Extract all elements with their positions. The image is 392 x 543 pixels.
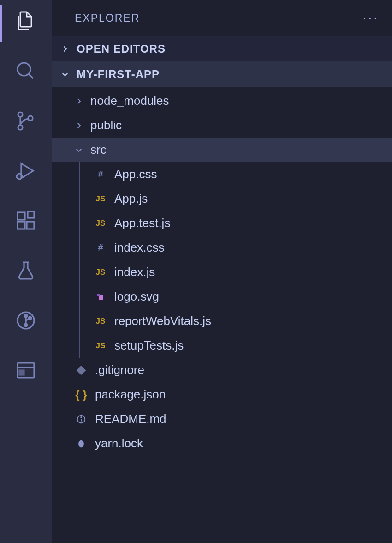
js-file-icon: JS xyxy=(93,317,108,326)
sidebar-title: EXPLORER xyxy=(75,12,140,24)
folder-node-modules[interactable]: node_modules xyxy=(52,89,392,113)
file-app-css[interactable]: # App.css xyxy=(52,162,392,187)
svg-rect-17 xyxy=(19,370,24,375)
css-file-icon: # xyxy=(93,242,108,253)
sidebar-header: EXPLORER ··· xyxy=(52,0,392,36)
activity-bar xyxy=(0,0,52,543)
file-index-css[interactable]: # index.css xyxy=(52,235,392,260)
folder-label: public xyxy=(90,118,122,133)
testing-activity-icon[interactable] xyxy=(13,258,39,284)
activity-active-indicator xyxy=(0,5,2,42)
explorer-activity-icon[interactable] xyxy=(13,8,39,34)
file-tree: node_modules public src # App.css JS App… xyxy=(52,87,392,456)
extensions-activity-icon[interactable] xyxy=(13,208,39,234)
folder-public[interactable]: public xyxy=(52,113,392,138)
js-file-icon: JS xyxy=(93,219,108,228)
file-logo-svg[interactable]: logo.svg xyxy=(52,284,392,309)
svg-rect-19 xyxy=(97,294,100,296)
file-index-js[interactable]: JS index.js xyxy=(52,260,392,284)
svg-file-icon xyxy=(93,292,108,302)
svg-point-2 xyxy=(18,112,23,117)
file-setup-tests[interactable]: JS setupTests.js xyxy=(52,333,392,358)
chevron-right-icon xyxy=(74,97,84,105)
project-name-label: MY-FIRST-APP xyxy=(77,68,160,81)
file-package-json[interactable]: { } package.json xyxy=(52,382,392,407)
svg-point-13 xyxy=(24,324,27,326)
folder-src[interactable]: src xyxy=(52,138,392,162)
chevron-down-icon xyxy=(74,146,84,154)
search-activity-icon[interactable] xyxy=(13,58,39,84)
file-label: setupTests.js xyxy=(114,338,184,353)
chevron-right-icon xyxy=(60,45,70,53)
file-label: App.css xyxy=(114,167,157,181)
json-file-icon: { } xyxy=(74,388,89,401)
yarn-file-icon xyxy=(74,439,89,448)
svg-point-12 xyxy=(24,314,27,317)
file-report-web-vitals[interactable]: JS reportWebVitals.js xyxy=(52,309,392,333)
chevron-right-icon xyxy=(74,121,84,130)
svg-rect-20 xyxy=(77,365,86,375)
svg-point-4 xyxy=(28,116,33,121)
js-file-icon: JS xyxy=(93,268,108,277)
remote-activity-icon[interactable] xyxy=(13,357,39,383)
svg-point-14 xyxy=(29,317,31,320)
svg-line-1 xyxy=(29,74,33,78)
file-label: logo.svg xyxy=(114,290,159,304)
gitignore-file-icon xyxy=(74,365,89,375)
svg-point-0 xyxy=(18,63,30,76)
file-label: App.js xyxy=(114,192,148,206)
file-readme[interactable]: README.md xyxy=(52,407,392,431)
svg-rect-7 xyxy=(18,212,25,220)
sidebar-more-icon[interactable]: ··· xyxy=(363,11,379,25)
source-control-activity-icon[interactable] xyxy=(13,108,39,134)
svg-rect-10 xyxy=(28,211,34,218)
svg-rect-9 xyxy=(27,222,34,229)
svg-marker-5 xyxy=(21,163,33,178)
open-editors-label: OPEN EDITORS xyxy=(77,42,166,55)
file-label: yarn.lock xyxy=(95,436,143,451)
js-file-icon: JS xyxy=(93,194,108,204)
chevron-down-icon xyxy=(60,70,70,78)
file-gitignore[interactable]: .gitignore xyxy=(52,358,392,382)
open-editors-section[interactable]: OPEN EDITORS xyxy=(52,36,392,61)
js-file-icon: JS xyxy=(93,341,108,350)
explorer-sidebar: EXPLORER ··· OPEN EDITORS MY-FIRST-APP n… xyxy=(52,0,392,543)
file-label: package.json xyxy=(95,387,166,402)
file-app-js[interactable]: JS App.js xyxy=(52,187,392,211)
run-debug-activity-icon[interactable] xyxy=(13,158,39,184)
file-label: index.js xyxy=(114,265,155,279)
css-file-icon: # xyxy=(93,169,108,180)
file-label: App.test.js xyxy=(114,216,170,230)
folder-label: node_modules xyxy=(90,94,169,108)
project-section[interactable]: MY-FIRST-APP xyxy=(52,61,392,87)
svg-point-3 xyxy=(18,125,23,130)
file-label: reportWebVitals.js xyxy=(114,314,211,328)
svg-rect-8 xyxy=(18,222,25,229)
file-label: README.md xyxy=(95,412,166,426)
file-label: index.css xyxy=(114,241,164,255)
info-file-icon xyxy=(74,414,89,424)
file-yarn-lock[interactable]: yarn.lock xyxy=(52,431,392,456)
svg-point-23 xyxy=(81,416,82,417)
file-app-test-js[interactable]: JS App.test.js xyxy=(52,211,392,235)
folder-label: src xyxy=(90,143,107,157)
file-label: .gitignore xyxy=(95,363,144,377)
git-graph-activity-icon[interactable] xyxy=(13,308,39,333)
